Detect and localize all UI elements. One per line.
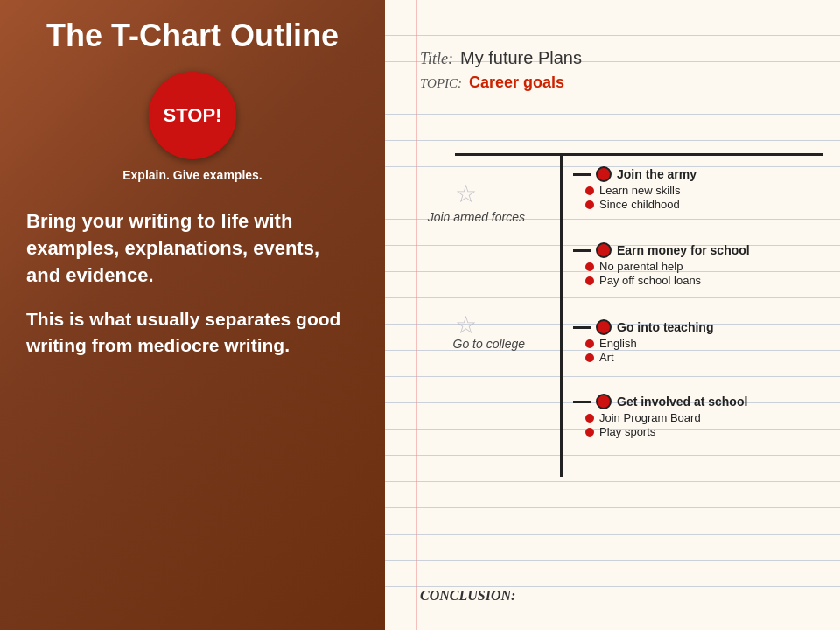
left-panel: The T-Chart Outline STOP! Explain. Give … [0,0,385,630]
item-teaching-main: Go into teaching [573,319,713,335]
bullet-english [585,340,594,348]
item-earn-main: Earn money for school [573,242,750,258]
item-involved-main: Get involved at school [573,394,747,410]
stop-button[interactable]: STOP! [149,72,236,159]
item-join-army-main: Join the army [573,166,696,182]
sub-item-sports: Play sports [573,425,747,438]
notebook-panel: // Lines will be added dynamically Title… [385,0,840,630]
bullet-art [585,354,594,362]
sub-item-program: Join Program Board [573,411,747,424]
item-join-army-text: Join the army [617,167,696,181]
body-text: Bring your writing to life with examples… [26,208,359,289]
t-horizontal-line [455,153,822,156]
stop-label: STOP! [164,104,222,127]
bullet-program [585,414,594,423]
secondary-text: This is what usually separates good writ… [26,306,359,358]
item-learn-text: Learn new skills [599,184,681,197]
bullet-sports [585,428,594,437]
item-payoff-text: Pay off school loans [599,274,701,287]
notebook-title-area: Title: My future Plans TOPIC: Career goa… [420,48,822,97]
item-english-text: English [599,337,637,350]
notebook-line [385,114,840,115]
dash-2 [573,249,591,252]
conclusion-label: CONCLUSION: [420,588,515,603]
group-join-army: Join the army Learn new skills Since chi… [573,166,696,212]
notebook-line [385,455,840,456]
title-value: My future Plans [460,48,582,68]
notebook-line [385,508,840,508]
notebook-line [385,612,840,613]
item-childhood-text: Since childhood [599,198,680,211]
title-row: Title: My future Plans [420,48,822,68]
item-art-text: Art [599,351,614,364]
notebook-line [385,376,840,377]
notebook-line [385,35,840,36]
item-noparental-text: No parental help [599,260,682,273]
item-program-text: Join Program Board [599,411,701,424]
sub-item-learn: Learn new skills [573,184,696,197]
topic-row: TOPIC: Career goals [420,74,822,92]
sub-item-noparental: No parental help [573,260,750,273]
item-earn-text: Earn money for school [617,243,750,257]
sub-item-childhood: Since childhood [573,198,696,211]
notebook-line [385,534,840,535]
notebook-line [385,560,840,561]
group-teaching: Go into teaching English Art [573,319,713,365]
section-label-1: Join armed forces [411,210,525,224]
bullet-payoff [585,276,594,285]
star-icon-1: ☆ [455,179,477,208]
title-label: Title: [420,50,453,68]
sub-item-payoff: Pay off school loans [573,274,750,287]
bullet-join-army [596,166,612,182]
notebook-line [385,140,840,141]
notebook-line [385,586,840,587]
t-vertical-line [560,153,563,477]
dash-4 [573,401,591,403]
notebook-line [385,481,840,482]
section-label-2: Go to college [411,337,525,351]
bullet-noparental [585,262,594,271]
conclusion-area: CONCLUSION: [420,588,515,604]
bullet-teaching [596,319,612,335]
group-involved: Get involved at school Join Program Boar… [573,394,747,439]
item-teaching-text: Go into teaching [617,320,713,334]
explain-text: Explain. Give examples. [122,168,262,182]
star-icon-2: ☆ [455,311,477,340]
dash-1 [573,173,591,176]
topic-label: TOPIC: [420,76,462,91]
bullet-earn [596,242,612,258]
bullet-learn [585,186,594,195]
item-sports-text: Play sports [599,425,655,438]
dash-3 [573,326,591,329]
notebook-line [385,298,840,298]
bullet-involved [596,394,612,410]
page-title: The T-Chart Outline [46,18,339,54]
bullet-childhood [585,200,594,209]
item-involved-text: Get involved at school [617,395,747,409]
sub-item-english: English [573,337,713,350]
sub-item-art: Art [573,351,713,364]
group-earn-money: Earn money for school No parental help P… [573,242,750,288]
margin-line [416,0,417,630]
topic-value: Career goals [469,74,564,92]
